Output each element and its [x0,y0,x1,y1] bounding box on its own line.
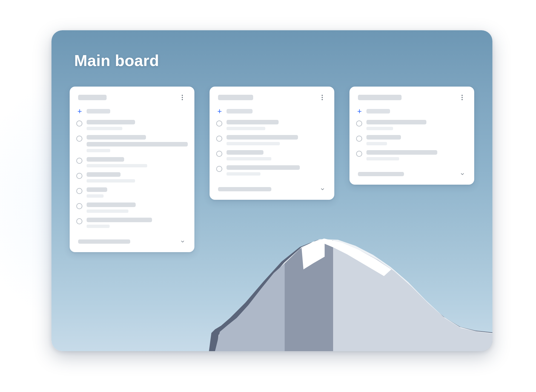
text-placeholder [366,150,437,155]
text-placeholder [87,179,135,183]
text-placeholder [87,203,136,207]
text-placeholder [87,142,188,147]
list-card: + [70,87,194,252]
task-checkbox[interactable] [76,218,82,224]
task-checkbox[interactable] [76,120,82,127]
task-checkbox[interactable] [76,173,82,179]
task-checkbox[interactable] [216,151,222,157]
text-placeholder [366,157,399,160]
task-checkbox[interactable] [76,203,82,209]
text-placeholder [227,135,298,140]
add-task-placeholder [227,109,253,114]
task-row[interactable] [216,117,328,133]
text-placeholder [227,157,271,160]
task-row[interactable] [76,185,188,200]
task-row[interactable] [356,148,468,163]
task-checkbox[interactable] [216,166,222,172]
footer-placeholder [218,187,271,191]
chevron-down-icon [319,186,326,193]
plus-icon: + [76,108,83,114]
more-vertical-icon [182,95,183,100]
text-placeholder [366,127,393,130]
text-placeholder [87,225,110,228]
add-task-row[interactable]: + [356,105,468,117]
footer-placeholder [358,172,404,176]
task-checkbox[interactable] [216,136,222,142]
text-placeholder [366,135,401,140]
task-content [87,218,187,228]
list-menu-button[interactable] [178,93,187,102]
text-placeholder [87,149,110,152]
list-card: + [349,87,474,185]
add-task-placeholder [366,109,390,114]
task-row[interactable] [356,117,468,133]
task-checkbox[interactable] [216,120,222,127]
task-content [87,120,187,130]
text-placeholder [227,120,279,124]
task-content [366,150,467,160]
text-placeholder [87,218,152,222]
task-row[interactable] [76,155,188,170]
task-checkbox[interactable] [356,120,362,127]
list-menu-button[interactable] [458,93,466,102]
text-placeholder [87,157,124,162]
task-content [227,150,327,160]
add-task-placeholder [87,109,110,114]
text-placeholder [227,142,280,145]
list-footer[interactable] [216,178,328,194]
task-content [87,172,187,183]
task-row[interactable] [216,133,328,148]
text-placeholder [87,187,107,192]
task-checkbox[interactable] [76,158,82,164]
task-content [87,157,187,167]
list-header [76,93,188,105]
chevron-down-icon [459,171,466,177]
task-content [87,203,187,213]
text-placeholder [87,127,122,130]
footer-placeholder [78,239,130,244]
add-task-row[interactable]: + [216,105,328,117]
task-row[interactable] [356,133,468,148]
plus-icon: + [216,108,223,114]
text-placeholder [87,135,146,140]
task-row[interactable] [76,200,188,215]
task-checkbox[interactable] [356,136,362,142]
chevron-down-icon [179,238,186,245]
list-footer[interactable] [356,163,468,179]
task-checkbox[interactable] [76,136,82,142]
task-content [227,120,327,130]
task-content [227,165,327,176]
text-placeholder [227,165,300,170]
list-footer[interactable] [76,230,188,246]
list-menu-button[interactable] [318,93,326,102]
text-placeholder [227,150,263,155]
add-task-row[interactable]: + [76,105,188,117]
task-content [87,135,188,152]
task-content [227,135,327,145]
list-title-placeholder[interactable] [358,95,402,100]
task-row[interactable] [76,133,188,155]
text-placeholder [366,120,426,124]
task-row[interactable] [76,170,188,185]
text-placeholder [87,120,135,124]
plus-icon: + [356,108,363,114]
task-row[interactable] [76,117,188,133]
task-row[interactable] [216,163,328,178]
text-placeholder [366,142,387,145]
list-title-placeholder[interactable] [218,95,253,100]
task-content [87,187,187,198]
list-card: + [210,87,334,200]
task-row[interactable] [216,148,328,163]
task-row[interactable] [76,215,188,230]
task-checkbox[interactable] [76,188,82,194]
task-checkbox[interactable] [356,151,362,157]
text-placeholder [87,164,147,167]
board-title: Main board [74,51,159,70]
more-vertical-icon [322,95,323,100]
list-title-placeholder[interactable] [78,95,107,100]
list-header [216,93,328,105]
text-placeholder [227,172,260,176]
lists-container: +++ [70,87,474,252]
task-content [366,120,467,130]
text-placeholder [87,209,128,213]
